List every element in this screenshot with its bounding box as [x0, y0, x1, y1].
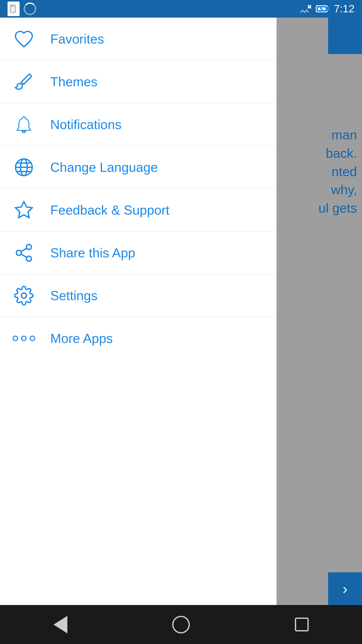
right-bottom-bar[interactable]: › [328, 572, 362, 605]
themes-label: Themes [50, 74, 98, 89]
svg-point-14 [26, 244, 31, 249]
menu-item-favorites[interactable]: Favorites [0, 18, 277, 60]
sd-card-icon [8, 2, 20, 16]
right-header-bar [328, 18, 362, 54]
share-icon [13, 242, 35, 264]
dot-1 [13, 336, 18, 341]
status-bar: 7:12 [0, 0, 362, 18]
share-label: Share this App [50, 245, 135, 260]
svg-point-15 [16, 250, 21, 255]
svg-marker-13 [16, 202, 32, 217]
notifications-label: Notifications [50, 117, 121, 132]
status-time: 7:12 [334, 3, 354, 15]
brush-icon [13, 70, 35, 93]
svg-point-16 [26, 256, 31, 261]
recents-button[interactable] [289, 612, 314, 637]
menu-item-settings[interactable]: Settings [0, 274, 277, 317]
star-icon [13, 199, 35, 221]
globe-icon [13, 156, 35, 179]
home-icon [172, 616, 190, 633]
favorites-label: Favorites [50, 31, 104, 47]
status-bar-left [8, 2, 36, 16]
settings-label: Settings [50, 288, 98, 303]
svg-line-18 [21, 248, 27, 251]
dot-2 [21, 336, 27, 341]
back-button[interactable] [48, 612, 73, 637]
dot-3 [30, 336, 35, 341]
menu-item-feedback[interactable]: Feedback & Support [0, 189, 277, 231]
dots-icon [13, 327, 35, 350]
language-label: Change Language [50, 160, 158, 175]
svg-point-19 [21, 293, 26, 298]
gear-icon [13, 284, 35, 307]
status-bar-right: 7:12 [299, 3, 354, 15]
menu-item-share[interactable]: Share this App [0, 231, 277, 274]
menu-item-themes[interactable]: Themes [0, 60, 277, 103]
bottom-nav [0, 605, 362, 644]
bell-icon [13, 113, 35, 136]
menu-item-more-apps[interactable]: More Apps [0, 317, 277, 360]
more-apps-label: More Apps [50, 331, 113, 346]
home-button[interactable] [168, 612, 194, 637]
svg-rect-5 [327, 7, 329, 10]
loading-icon [24, 3, 36, 15]
drawer-menu: Favorites Themes Notifications [0, 18, 277, 605]
background-text: man back. nted why, ul gets [319, 126, 357, 217]
back-icon [54, 616, 67, 633]
feedback-label: Feedback & Support [50, 203, 169, 218]
chevron-right-icon: › [343, 580, 348, 597]
svg-line-17 [21, 254, 27, 257]
menu-item-language[interactable]: Change Language [0, 146, 277, 189]
menu-item-notifications[interactable]: Notifications [0, 103, 277, 146]
heart-icon [13, 28, 35, 50]
recents-icon [295, 618, 309, 631]
signal-icon [299, 3, 312, 14]
battery-icon [316, 4, 330, 13]
